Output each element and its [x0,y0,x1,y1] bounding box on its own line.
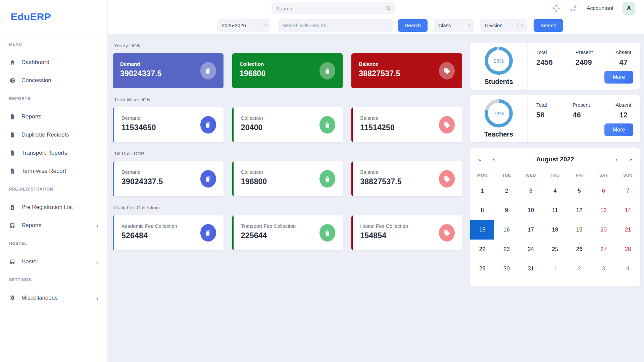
card-value: 526484 [121,231,148,240]
hostel-fee-card: Hostel Fee Collection 154854 [351,215,462,250]
class-select[interactable]: Class ∨ [434,19,474,32]
calendar-day[interactable]: 14 [616,201,640,220]
trash-icon [319,224,335,242]
sidebar-item-concession[interactable]: Concession [0,71,107,90]
sidebar-item-prereg-reports[interactable]: Reports › [0,216,107,235]
calendar-day-next-month[interactable]: 1 [543,259,567,278]
sidebar-item-miscellaneous[interactable]: Miscellaneous › [0,289,107,307]
reg-search-button[interactable]: Search [398,19,428,32]
students-stat-card: 98% Students Total 2456 Present 2409 [470,43,640,90]
calendar-last-button[interactable]: » [629,157,632,162]
calendar-day[interactable]: 4 [543,181,567,201]
students-present: Present 2409 [576,49,593,67]
calendar-day[interactable]: 3 [519,181,543,201]
academic-fee-card: Academic Fee Collection 526484 [113,215,224,250]
filter-toolbar: 2025-2026 ∨ Search Class ∨ Division ∨ Se… [108,17,644,34]
division-select[interactable]: Division ∨ [480,19,527,32]
academic-year-select[interactable]: 2025-2026 ∨ [217,19,270,32]
till-collection-card: Collection 196800 [232,161,343,196]
file-icon [9,204,16,211]
calendar-day[interactable]: 6 [591,181,615,201]
sidebar: EduERP MENU Dashboard Concession REPORTS… [0,0,108,362]
transport-fee-card: Transport Fee Collection 225644 [232,215,343,250]
calendar-day[interactable]: 28 [616,240,640,259]
calendar-next-button[interactable]: › [616,157,617,162]
calendar-day-next-month[interactable]: 2 [567,259,591,278]
calendar-day[interactable]: 30 [494,259,518,278]
sidebar-item-term-wise-report[interactable]: Term-wise Report [0,162,107,180]
present-value: 2409 [576,58,593,67]
sidebar-item-label: Hostel [21,258,38,265]
search-input[interactable] [276,5,385,12]
calendar-first-button[interactable]: « [478,157,481,162]
teachers-more-button[interactable]: More [604,123,633,136]
sidebar-section-menu: MENU [0,35,107,53]
sidebar-item-duplicate-reciepts[interactable]: Duplicate Reciepts [0,126,107,144]
dow-sat: SAT [591,170,615,181]
calendar-day[interactable]: 31 [519,259,543,278]
card-label: Transport Fee Collection [241,223,296,229]
divider [261,22,261,29]
term-collection-card: Collection 20400 [232,107,343,142]
teachers-present: Present 46 [573,102,590,119]
sidebar-item-pre-registration-list[interactable]: Pre Registration List [0,198,107,216]
calendar-day-next-month[interactable]: 3 [591,259,615,278]
calendar-day[interactable]: 26 [567,240,591,259]
till-balance-card: Balance 38827537.5 [351,161,462,196]
app-logo[interactable]: EduERP [11,11,51,22]
calendar-day[interactable]: 7 [616,181,640,201]
calendar-day[interactable]: 2 [494,181,518,201]
calendar-day[interactable]: 13 [591,201,615,220]
calendar-month-title: August 2022 [495,156,615,163]
class-division-search-button[interactable]: Search [534,19,563,32]
dow-mon: MON [470,170,494,181]
sidebar-item-label: Pre Registration List [21,204,73,211]
apps-grid-icon[interactable] [569,4,578,12]
avatar[interactable]: A [623,2,635,15]
present-label: Present [576,49,593,55]
card-value: 11534650 [121,123,156,132]
sidebar-item-hostel[interactable]: Hostel › [0,253,107,271]
sidebar-item-dashboard[interactable]: Dashboard [0,53,107,71]
calendar-day[interactable]: 23 [494,240,518,259]
sidebar-item-label: Concession [21,77,51,84]
chevron-down-icon: ∨ [520,23,525,28]
calendar-day-selected[interactable]: 15 [470,220,494,240]
card-label: Demand [121,169,141,175]
sidebar-item-label: Reports [21,113,42,120]
calendar-day[interactable]: 25 [543,240,567,259]
calendar-day[interactable]: 5 [567,181,591,201]
calendar-day[interactable]: 11 [543,201,567,220]
card-value: 20400 [241,123,263,132]
calendar-day[interactable]: 19 [567,220,591,240]
sidebar-item-transport-reports[interactable]: Transport Reports [0,144,107,162]
students-more-button[interactable]: More [604,71,633,84]
sidebar-section-pre-registration: PRE-REGISTRATION [0,180,107,198]
calendar-day[interactable]: 9 [494,201,518,220]
calendar-day[interactable]: 22 [470,240,494,259]
calendar-day-next-month[interactable]: 4 [616,259,640,278]
calendar-day[interactable]: 17 [519,220,543,240]
total-label: Total [536,49,553,55]
chevron-right-icon: › [96,295,98,301]
calendar-day[interactable]: 29 [470,259,494,278]
dow-tue: TUE [494,170,518,181]
calendar-day[interactable]: 12 [567,201,591,220]
card-value: 11514250 [360,123,395,132]
calendar-day-headers: MON TUE WED THU FRI SAT SUN [470,170,640,181]
calendar-day[interactable]: 21 [616,220,640,240]
chevron-down-icon: ∨ [467,23,472,28]
calendar-day[interactable]: 16 [494,220,518,240]
calendar-day[interactable]: 27 [591,240,615,259]
sidebar-item-reports[interactable]: Reports [0,108,107,126]
calendar-day[interactable]: 24 [519,240,543,259]
calendar-day[interactable]: 20 [591,220,615,240]
apps-diamond-icon[interactable] [552,4,560,12]
calendar-day[interactable]: 1 [470,181,494,201]
file-icon [9,132,16,138]
calendar-day[interactable]: 8 [470,201,494,220]
reg-no-search-input[interactable] [278,19,393,32]
calendar-day[interactable]: 18 [543,220,567,240]
calendar-day[interactable]: 10 [519,201,543,220]
students-total: Total 2456 [536,49,553,67]
